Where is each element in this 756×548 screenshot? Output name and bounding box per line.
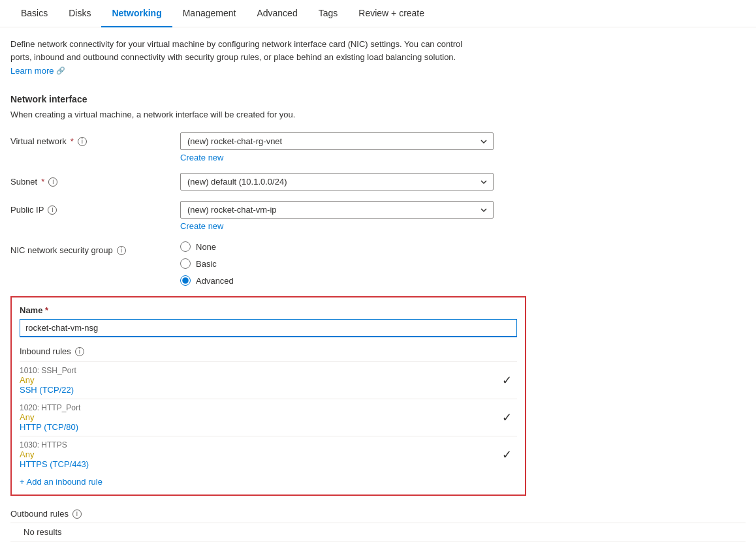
outbound-rules-header: Outbound rules i bbox=[10, 509, 746, 519]
public-ip-row: Public IP i (new) rocket-chat-vm-ip Crea… bbox=[10, 201, 746, 231]
nic-security-group-control: None Basic Advanced bbox=[180, 241, 494, 286]
learn-more-link[interactable]: Learn more 🔗 bbox=[10, 66, 65, 76]
rule-2-priority: 1020: HTTP_Port bbox=[20, 403, 502, 412]
tab-bar: Basics Disks Networking Management Advan… bbox=[0, 0, 756, 27]
outbound-rules-info-icon[interactable]: i bbox=[72, 510, 82, 519]
rule-3-source: Any bbox=[20, 449, 502, 459]
description-text: Define network connectivity for your vir… bbox=[10, 38, 480, 63]
network-interface-title: Network interface bbox=[10, 94, 746, 104]
nsg-name-input[interactable] bbox=[20, 319, 517, 337]
rule-1-check: ✓ bbox=[502, 366, 517, 395]
external-link-icon: 🔗 bbox=[56, 67, 65, 75]
tab-tags[interactable]: Tags bbox=[308, 0, 349, 27]
rule-1-source: Any bbox=[20, 375, 502, 385]
tab-review-create[interactable]: Review + create bbox=[348, 0, 435, 27]
tab-disks[interactable]: Disks bbox=[58, 0, 101, 27]
virtual-network-info-icon[interactable]: i bbox=[78, 137, 87, 146]
radio-advanced-input[interactable] bbox=[180, 275, 191, 286]
nsg-section: Name * Inbound rules i 1010: SSH_Port An… bbox=[10, 296, 526, 496]
subnet-dropdown[interactable]: (new) default (10.1.0.0/24) bbox=[180, 173, 494, 190]
inbound-rule-1-content: 1010: SSH_Port Any SSH (TCP/22) bbox=[20, 366, 502, 395]
tab-basics[interactable]: Basics bbox=[10, 0, 58, 27]
outbound-rules-section: Outbound rules i No results + Add an out… bbox=[10, 509, 746, 548]
radio-none-input[interactable] bbox=[180, 241, 191, 252]
public-ip-control: (new) rocket-chat-vm-ip Create new bbox=[180, 201, 494, 231]
public-ip-label: Public IP i bbox=[10, 201, 180, 215]
virtual-network-dropdown[interactable]: (new) rocket-chat-rg-vnet bbox=[180, 132, 494, 150]
rule-2-port: HTTP (TCP/80) bbox=[20, 422, 502, 432]
inbound-rules-header: Inbound rules i bbox=[20, 346, 517, 356]
subnet-info-icon[interactable]: i bbox=[48, 177, 57, 187]
inbound-rule-3-content: 1030: HTTPS Any HTTPS (TCP/443) bbox=[20, 440, 502, 469]
public-ip-dropdown[interactable]: (new) rocket-chat-vm-ip bbox=[180, 201, 494, 219]
inbound-rule-2-content: 1020: HTTP_Port Any HTTP (TCP/80) bbox=[20, 403, 502, 432]
radio-basic-input[interactable] bbox=[180, 258, 191, 269]
rule-2-check: ✓ bbox=[502, 403, 517, 432]
required-mark: * bbox=[71, 136, 74, 146]
inbound-rules-info-icon[interactable]: i bbox=[75, 347, 84, 356]
radio-advanced[interactable]: Advanced bbox=[180, 275, 494, 286]
rule-1-port: SSH (TCP/22) bbox=[20, 385, 502, 395]
inbound-rule-1: 1010: SSH_Port Any SSH (TCP/22) ✓ bbox=[20, 361, 517, 399]
public-ip-create-new[interactable]: Create new bbox=[180, 221, 494, 231]
virtual-network-create-new[interactable]: Create new bbox=[180, 153, 494, 162]
rule-3-priority: 1030: HTTPS bbox=[20, 440, 502, 449]
tab-management[interactable]: Management bbox=[172, 0, 247, 27]
subnet-label: Subnet * i bbox=[10, 173, 180, 187]
tab-advanced[interactable]: Advanced bbox=[246, 0, 307, 27]
nic-security-group-row: NIC network security group i None Basic … bbox=[10, 241, 746, 286]
rule-3-port: HTTPS (TCP/443) bbox=[20, 459, 502, 469]
inbound-rules-container: 1010: SSH_Port Any SSH (TCP/22) ✓ 1020: … bbox=[20, 361, 517, 473]
inbound-rule-2: 1020: HTTP_Port Any HTTP (TCP/80) ✓ bbox=[20, 399, 517, 436]
outbound-no-results: No results bbox=[10, 523, 746, 541]
rule-3-check: ✓ bbox=[502, 440, 517, 469]
virtual-network-control: (new) rocket-chat-rg-vnet Create new bbox=[180, 132, 494, 162]
rule-1-priority: 1010: SSH_Port bbox=[20, 366, 502, 375]
inbound-rule-3: 1030: HTTPS Any HTTPS (TCP/443) ✓ bbox=[20, 436, 517, 473]
rule-2-source: Any bbox=[20, 412, 502, 422]
public-ip-info-icon[interactable]: i bbox=[48, 206, 57, 215]
virtual-network-row: Virtual network * i (new) rocket-chat-rg… bbox=[10, 132, 746, 162]
radio-none[interactable]: None bbox=[180, 241, 494, 252]
radio-basic[interactable]: Basic bbox=[180, 258, 494, 269]
virtual-network-label: Virtual network * i bbox=[10, 132, 180, 146]
nic-security-group-radio-group: None Basic Advanced bbox=[180, 241, 494, 286]
subnet-row: Subnet * i (new) default (10.1.0.0/24) bbox=[10, 173, 746, 190]
tab-networking[interactable]: Networking bbox=[101, 0, 172, 27]
nic-security-group-label: NIC network security group i bbox=[10, 241, 180, 255]
subnet-required-mark: * bbox=[41, 177, 44, 187]
nic-security-group-info-icon[interactable]: i bbox=[117, 246, 126, 255]
network-interface-subtitle: When creating a virtual machine, a netwo… bbox=[10, 110, 746, 119]
add-inbound-rule-link[interactable]: + Add an inbound rule bbox=[20, 477, 102, 487]
subnet-control: (new) default (10.1.0.0/24) bbox=[180, 173, 494, 190]
main-content: Define network connectivity for your vir… bbox=[0, 27, 756, 548]
name-field-label: Name * bbox=[20, 305, 517, 315]
